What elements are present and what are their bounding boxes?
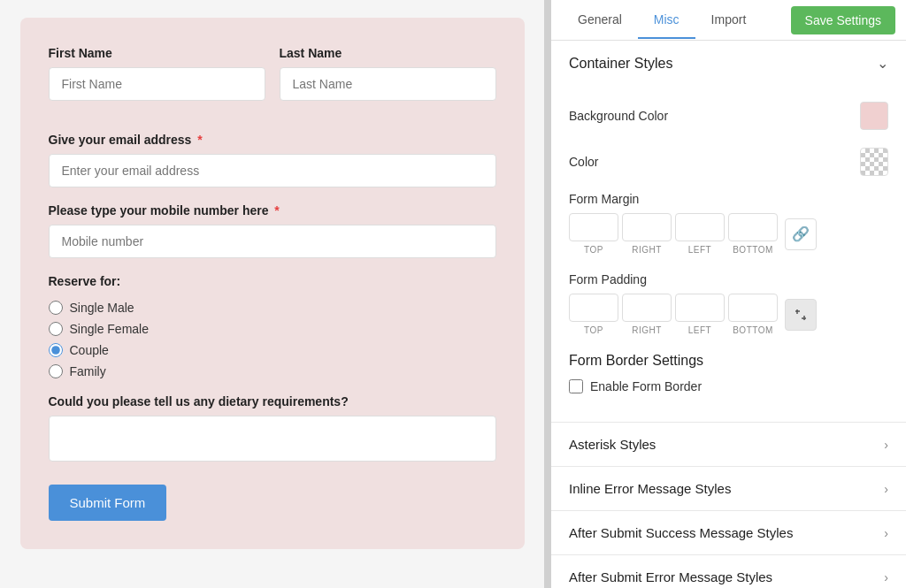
- reserve-group: Reserve for: Single Male Single Female C…: [49, 274, 496, 378]
- container-styles-body: Background Color Color Form Margin 0 TOP: [551, 86, 906, 423]
- border-settings-title: Form Border Settings: [569, 353, 888, 369]
- panel-divider: [544, 0, 551, 588]
- margin-bottom-input[interactable]: [728, 213, 778, 241]
- after-submit-success-chevron: ›: [884, 526, 888, 540]
- margin-left-label: LEFT: [688, 245, 711, 255]
- inline-error-styles-chevron: ›: [884, 482, 888, 496]
- margin-top-label: TOP: [584, 245, 603, 255]
- margin-top-field: 0 TOP: [569, 213, 618, 255]
- reserve-label: Reserve for:: [49, 274, 496, 288]
- asterisk-styles-item[interactable]: Asterisk Styles ›: [551, 423, 906, 467]
- first-name-group: First Name: [49, 46, 265, 101]
- radio-input-single-female[interactable]: [49, 322, 63, 336]
- settings-content: Container Styles ⌄ Background Color Colo…: [551, 41, 906, 588]
- after-submit-error-title: After Submit Error Message Styles: [569, 569, 772, 584]
- padding-top-input[interactable]: 32: [569, 294, 618, 322]
- radio-label-single-male: Single Male: [70, 301, 134, 315]
- padding-right-label: RIGHT: [632, 325, 662, 335]
- tab-misc[interactable]: Misc: [638, 2, 695, 39]
- background-color-swatch[interactable]: [860, 102, 888, 130]
- form-padding-section: Form Padding 32 TOP 32 RIGHT 32 LEFT: [569, 265, 888, 346]
- after-submit-error-styles-item[interactable]: After Submit Error Message Styles ›: [551, 555, 906, 588]
- radio-label-single-female: Single Female: [70, 322, 150, 336]
- container-styles-chevron: ⌄: [877, 55, 888, 72]
- radio-label-couple: Couple: [70, 343, 109, 357]
- tabs-bar: General Misc Import Save Settings: [551, 0, 906, 41]
- background-color-row: Background Color: [569, 93, 888, 139]
- margin-left-field: LEFT: [675, 213, 725, 255]
- radio-single-male: Single Male: [49, 301, 496, 315]
- margin-right-field: RIGHT: [622, 213, 672, 255]
- after-submit-success-title: After Submit Success Message Styles: [569, 525, 793, 540]
- asterisk-styles-chevron: ›: [884, 438, 888, 452]
- enable-border-checkbox[interactable]: [569, 379, 583, 393]
- dietary-label: Could you please tell us any dietary req…: [49, 394, 496, 409]
- radio-input-couple[interactable]: [49, 343, 63, 357]
- left-panel: First Name Last Name Give your email add…: [0, 0, 544, 588]
- padding-bottom-field: 32 BOTTOM: [728, 294, 778, 335]
- mobile-group: Please type your mobile number here *: [49, 203, 496, 258]
- inline-error-styles-item[interactable]: Inline Error Message Styles ›: [551, 467, 906, 511]
- mobile-input[interactable]: [49, 225, 496, 258]
- padding-top-field: 32 TOP: [569, 294, 618, 335]
- color-swatch[interactable]: [860, 148, 888, 176]
- margin-right-label: RIGHT: [632, 245, 662, 255]
- last-name-label: Last Name: [280, 46, 496, 60]
- last-name-input[interactable]: [280, 67, 496, 101]
- padding-left-input[interactable]: 32: [675, 294, 725, 322]
- form-margin-label: Form Margin: [569, 192, 888, 206]
- enable-border-row: Enable Form Border: [569, 379, 888, 393]
- form-margin-section: Form Margin 0 TOP RIGHT LEFT: [569, 185, 888, 265]
- inline-error-styles-title: Inline Error Message Styles: [569, 481, 731, 496]
- after-submit-success-styles-item[interactable]: After Submit Success Message Styles ›: [551, 511, 906, 555]
- unlink-icon: [793, 307, 809, 323]
- email-label: Give your email address *: [49, 133, 496, 147]
- email-required: *: [194, 133, 202, 147]
- padding-left-field: 32 LEFT: [675, 294, 725, 335]
- tab-general[interactable]: General: [562, 2, 638, 39]
- form-padding-inputs: 32 TOP 32 RIGHT 32 LEFT 32 BOTTOM: [569, 294, 888, 335]
- enable-border-label: Enable Form Border: [590, 379, 702, 393]
- margin-right-input[interactable]: [622, 213, 672, 241]
- mobile-label: Please type your mobile number here *: [49, 203, 496, 218]
- padding-bottom-label: BOTTOM: [733, 325, 773, 335]
- email-group: Give your email address *: [49, 133, 496, 187]
- container-styles-header[interactable]: Container Styles ⌄: [551, 41, 906, 86]
- after-submit-error-chevron: ›: [884, 570, 888, 584]
- padding-bottom-input[interactable]: 32: [728, 294, 778, 322]
- color-label: Color: [569, 155, 598, 169]
- last-name-group: Last Name: [280, 46, 496, 101]
- tab-import[interactable]: Import: [695, 2, 763, 39]
- radio-input-single-male[interactable]: [49, 301, 63, 315]
- dietary-input[interactable]: [49, 416, 496, 462]
- dietary-group: Could you please tell us any dietary req…: [49, 394, 496, 462]
- submit-button[interactable]: Submit Form: [49, 485, 167, 521]
- background-color-label: Background Color: [569, 109, 668, 123]
- first-name-label: First Name: [49, 46, 265, 60]
- name-row: First Name Last Name: [49, 46, 496, 117]
- padding-right-input[interactable]: 32: [622, 294, 672, 322]
- form-container: First Name Last Name Give your email add…: [20, 18, 525, 549]
- form-margin-inputs: 0 TOP RIGHT LEFT BOTTOM 🔗: [569, 213, 888, 255]
- email-input[interactable]: [49, 154, 496, 187]
- padding-right-field: 32 RIGHT: [622, 294, 672, 335]
- form-padding-label: Form Padding: [569, 272, 888, 286]
- container-styles-title: Container Styles: [569, 56, 672, 72]
- padding-left-label: LEFT: [688, 325, 711, 335]
- margin-bottom-field: BOTTOM: [728, 213, 778, 255]
- radio-family: Family: [49, 364, 496, 378]
- asterisk-styles-title: Asterisk Styles: [569, 437, 656, 452]
- color-row: Color: [569, 139, 888, 185]
- margin-top-input[interactable]: 0: [569, 213, 618, 241]
- margin-link-button[interactable]: 🔗: [785, 218, 817, 250]
- padding-top-label: TOP: [584, 325, 603, 335]
- first-name-input[interactable]: [49, 67, 265, 101]
- right-panel: General Misc Import Save Settings Contai…: [551, 0, 906, 588]
- save-settings-button[interactable]: Save Settings: [791, 6, 895, 34]
- radio-couple: Couple: [49, 343, 496, 357]
- border-settings-section: Form Border Settings Enable Form Border: [569, 346, 888, 408]
- margin-left-input[interactable]: [675, 213, 725, 241]
- margin-bottom-label: BOTTOM: [733, 245, 773, 255]
- radio-input-family[interactable]: [49, 364, 63, 378]
- padding-link-button[interactable]: [785, 299, 817, 331]
